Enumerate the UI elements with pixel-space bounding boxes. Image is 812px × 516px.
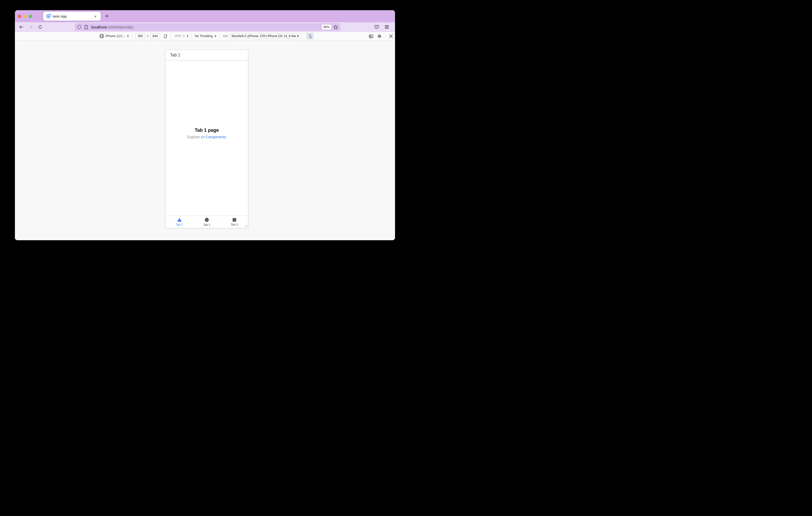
- device-viewport: Tab 1 Tab 1 page Explore UI Components T…: [165, 50, 248, 228]
- app-header: Tab 1: [166, 50, 248, 60]
- dims-separator: ×: [147, 34, 149, 38]
- forward-button[interactable]: [27, 23, 34, 31]
- forward-arrow-icon: [29, 25, 33, 29]
- tab-title: Ionic App: [53, 14, 93, 18]
- touch-simulation-button[interactable]: [306, 33, 314, 39]
- reload-button[interactable]: [36, 23, 44, 31]
- page-subtitle: Explore UI Components: [187, 135, 226, 139]
- viewport-size-controls: ×: [132, 32, 171, 40]
- minimize-window-button[interactable]: [23, 14, 27, 18]
- square-icon: [233, 218, 236, 222]
- rotate-viewport-icon[interactable]: [163, 34, 168, 38]
- ua-label: UA:: [223, 34, 228, 38]
- tab-button-tab1[interactable]: Tab 1: [166, 216, 193, 228]
- chevron-up-down-icon: [215, 35, 216, 38]
- touch-hand-icon: [308, 34, 312, 38]
- device-selector[interactable]: iPhone 12/1...: [96, 32, 132, 40]
- ellipse-icon: [205, 218, 209, 222]
- viewport-width-input[interactable]: [135, 33, 145, 39]
- navigation-toolbar: localhost:4200/tabs/tab1 80%: [15, 22, 395, 32]
- throttling-label: No Throttling: [195, 34, 213, 38]
- viewport-height-input[interactable]: [150, 33, 160, 39]
- triangle-icon: [177, 218, 182, 222]
- user-agent-control: UA:: [220, 32, 304, 40]
- plus-icon: [105, 14, 109, 18]
- app-tab-bar: Tab 1 Tab 2 Tab 3: [166, 216, 248, 228]
- tab-close-icon[interactable]: ×: [93, 14, 97, 19]
- responsive-design-toolbar: iPhone 12/1... × DPR: 3: [15, 32, 395, 40]
- close-window-button[interactable]: [18, 14, 21, 18]
- tab-button-tab2[interactable]: Tab 2: [193, 216, 221, 228]
- close-rdm-icon[interactable]: [389, 34, 393, 38]
- dpr-selector[interactable]: DPR: 3: [171, 32, 192, 40]
- page-info-icon[interactable]: [84, 25, 88, 29]
- content-area: Tab 1 Tab 1 page Explore UI Components T…: [15, 40, 395, 240]
- menu-hamburger-icon[interactable]: [385, 25, 389, 29]
- ionic-favicon-icon: [46, 14, 51, 18]
- tab-button-tab3[interactable]: Tab 3: [221, 216, 248, 228]
- bookmark-star-icon[interactable]: [333, 25, 338, 30]
- throttling-selector[interactable]: No Throttling: [192, 32, 220, 40]
- user-agent-input[interactable]: [230, 33, 301, 39]
- zoom-level-badge[interactable]: 80%: [322, 25, 331, 30]
- url-bar[interactable]: localhost:4200/tabs/tab1 80%: [75, 23, 340, 31]
- traffic-lights: [18, 14, 32, 18]
- url-text: localhost:4200/tabs/tab1: [91, 25, 134, 29]
- device-name: iPhone 12/1...: [106, 34, 125, 38]
- shield-icon[interactable]: [77, 25, 81, 29]
- ui-components-link[interactable]: UI Components: [201, 135, 226, 139]
- browser-window: Ionic App ×: [15, 10, 395, 240]
- browser-tab[interactable]: Ionic App ×: [43, 12, 101, 21]
- dpr-label: DPR: 3: [174, 34, 185, 38]
- page-title: Tab 1 page: [187, 127, 226, 133]
- profiler-bolt-icon: [99, 34, 104, 38]
- chevron-up-down-icon: [127, 35, 129, 38]
- back-button[interactable]: [17, 23, 25, 31]
- titlebar: Ionic App ×: [15, 10, 395, 22]
- chevron-up-down-icon: [187, 35, 188, 38]
- reload-icon: [38, 25, 42, 29]
- back-arrow-icon: [19, 25, 24, 29]
- new-tab-button[interactable]: [103, 12, 110, 20]
- settings-gear-icon[interactable]: [377, 34, 382, 39]
- app-body: Tab 1 page Explore UI Components: [166, 60, 248, 216]
- app-header-title: Tab 1: [170, 53, 180, 58]
- maximize-window-button[interactable]: [29, 14, 32, 18]
- screenshot-camera-icon[interactable]: [369, 34, 374, 39]
- pocket-icon[interactable]: [374, 25, 379, 29]
